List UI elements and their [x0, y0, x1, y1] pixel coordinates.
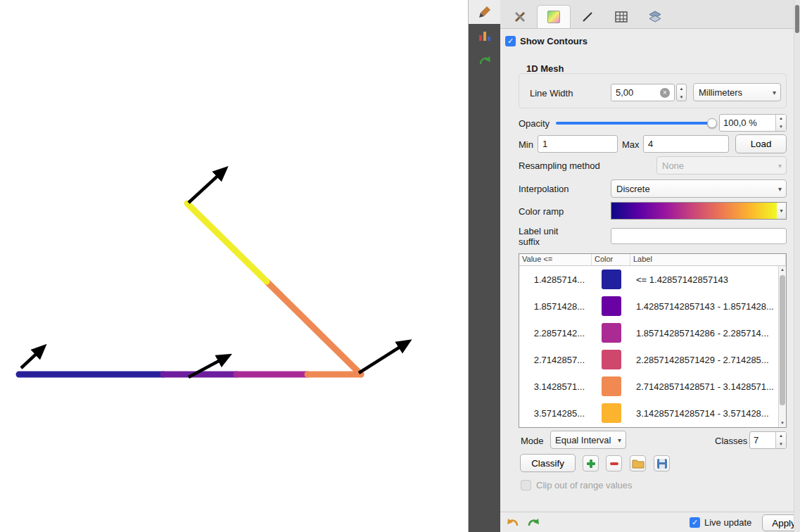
show-contours-label: Show Contours — [520, 36, 588, 46]
max-input[interactable]: 4 — [643, 135, 729, 153]
class-label-cell[interactable]: 2.28571428571429 - 2.714285... — [630, 355, 778, 365]
line-width-value: 5,00 — [616, 87, 633, 98]
class-value-cell[interactable]: 1.4285714... — [519, 274, 592, 285]
class-label-cell[interactable]: 2.71428571428571 - 3.1428571... — [630, 381, 778, 392]
line-width-input[interactable]: 5,00 × — [611, 84, 675, 101]
line-width-unit-dropdown[interactable]: Millimeters — [693, 83, 781, 101]
panel-scrollbar[interactable] — [794, 0, 800, 532]
mesh-edge — [267, 281, 361, 374]
symbology-brush-button[interactable] — [469, 0, 501, 24]
min-label: Min — [519, 139, 533, 150]
vector-arrow — [189, 170, 224, 203]
panel-bottom-bar: Live update Apply — [500, 512, 800, 532]
live-update-checkbox[interactable] — [690, 517, 700, 528]
table-scrollbar-thumb[interactable] — [780, 275, 785, 405]
classify-button[interactable]: Classify — [520, 454, 576, 472]
class-label-cell[interactable]: 1.85714285714286 - 2.285714... — [630, 328, 778, 338]
interpolation-label: Interpolation — [519, 184, 569, 194]
color-swatch[interactable] — [602, 376, 621, 396]
load-button[interactable]: Load — [735, 134, 787, 153]
tab-vectors[interactable] — [571, 5, 604, 28]
opacity-slider[interactable] — [556, 118, 716, 129]
save-icon — [656, 458, 668, 469]
load-style-button[interactable] — [630, 455, 646, 471]
undo-button[interactable] — [505, 514, 521, 530]
color-swatch[interactable] — [602, 323, 621, 343]
tab-contours[interactable] — [537, 5, 571, 28]
table-header: Value <= Color Label — [519, 254, 786, 266]
classification-row[interactable]: 3.5714285...3.14285714285714 - 3.571428.… — [519, 400, 778, 426]
class-value-cell[interactable]: 3.5714285... — [519, 408, 592, 419]
tab-settings[interactable] — [503, 5, 537, 28]
color-ramp-label: Color ramp — [519, 206, 564, 217]
classification-row[interactable]: 1.4285714...<= 1.42857142857143 — [519, 266, 778, 293]
line-width-stepper[interactable]: ▲▼ — [676, 84, 687, 101]
clip-out-of-range-label: Clip out of range values — [536, 480, 633, 490]
save-style-button[interactable] — [654, 455, 670, 471]
redo-button[interactable] — [526, 514, 541, 530]
class-label-cell[interactable]: 3.14285714285714 - 3.571428... — [630, 408, 778, 419]
classification-row[interactable]: 3.1428571...2.71428571428571 - 3.1428571… — [519, 373, 778, 400]
label-unit-suffix-label: Label unit suffix — [519, 226, 575, 247]
color-ramp-dropdown-arrow[interactable]: ▾ — [777, 202, 787, 220]
plus-icon — [585, 458, 597, 469]
color-ramp-button[interactable] — [611, 202, 777, 220]
panel-scrollbar-thumb[interactable] — [795, 5, 799, 33]
tab-rendering[interactable] — [604, 5, 638, 28]
map-canvas[interactable] — [0, 0, 468, 532]
max-value: 4 — [648, 139, 653, 149]
class-label-cell[interactable]: 1.42857142857143 - 1.8571428... — [630, 301, 778, 312]
interpolation-dropdown[interactable]: Discrete — [611, 179, 787, 198]
class-value-cell[interactable]: 2.7142857... — [519, 355, 592, 365]
class-value-cell[interactable]: 1.8571428... — [519, 301, 592, 312]
classes-value: 7 — [750, 435, 775, 445]
classification-table: Value <= Color Label 1.4285714...<= 1.42… — [519, 253, 787, 428]
styling-panel-strip — [468, 0, 500, 532]
line-width-unit-value: Millimeters — [699, 87, 742, 98]
opacity-spinbox[interactable]: 100,0 % ▲▼ — [719, 114, 787, 132]
show-contours-checkbox[interactable] — [505, 36, 516, 46]
classes-spinbox[interactable]: 7 ▲▼ — [749, 431, 787, 449]
class-color-cell — [592, 376, 630, 396]
classification-row[interactable]: 2.7142857...2.28571428571429 - 2.714285.… — [519, 346, 778, 373]
add-class-button[interactable] — [583, 455, 599, 471]
class-color-cell — [592, 296, 630, 316]
color-swatch[interactable] — [602, 350, 621, 369]
opacity-stepper[interactable]: ▲▼ — [775, 115, 786, 131]
green-curved-arrow-icon — [478, 53, 492, 66]
opacity-slider-handle[interactable] — [707, 118, 717, 128]
histogram-button[interactable] — [469, 24, 501, 48]
header-color[interactable]: Color — [592, 254, 630, 265]
table-scrollbar[interactable]: ▲ ▼ — [778, 266, 786, 427]
class-color-cell — [592, 270, 630, 289]
histogram-icon — [478, 30, 492, 42]
class-color-cell — [592, 403, 630, 423]
header-value[interactable]: Value <= — [519, 254, 592, 265]
tab-averaging[interactable] — [638, 5, 672, 28]
mode-label: Mode — [521, 436, 544, 446]
classification-row[interactable]: 2.2857142...1.85714285714286 - 2.285714.… — [519, 319, 778, 346]
color-swatch[interactable] — [602, 296, 621, 316]
classification-row[interactable]: 1.8571428...1.42857142857143 - 1.8571428… — [519, 293, 778, 319]
layer-styling-panel: Show Contours 1D Mesh Line Width 5,00 × … — [500, 0, 800, 532]
header-label[interactable]: Label — [630, 254, 786, 265]
class-value-cell[interactable]: 2.2857142... — [519, 328, 592, 338]
scroll-up-icon[interactable]: ▲ — [779, 266, 786, 274]
crossed-tools-icon — [513, 10, 527, 24]
label-unit-suffix-input[interactable] — [611, 228, 787, 244]
grid-icon — [614, 10, 628, 24]
history-button[interactable] — [469, 48, 501, 72]
mode-dropdown[interactable]: Equal Interval — [550, 431, 626, 449]
color-swatch[interactable] — [602, 270, 621, 289]
clear-icon[interactable]: × — [660, 88, 670, 98]
class-value-cell[interactable]: 3.1428571... — [519, 381, 592, 392]
scroll-down-icon[interactable]: ▼ — [779, 419, 786, 427]
class-label-cell[interactable]: <= 1.42857142857143 — [630, 274, 778, 285]
class-color-cell — [592, 323, 630, 343]
classes-stepper[interactable]: ▲▼ — [775, 432, 786, 448]
remove-class-button[interactable] — [606, 455, 622, 471]
color-swatch[interactable] — [602, 403, 621, 423]
vector-arrow — [359, 343, 407, 373]
min-input[interactable]: 1 — [538, 135, 618, 153]
mode-value: Equal Interval — [555, 435, 611, 445]
